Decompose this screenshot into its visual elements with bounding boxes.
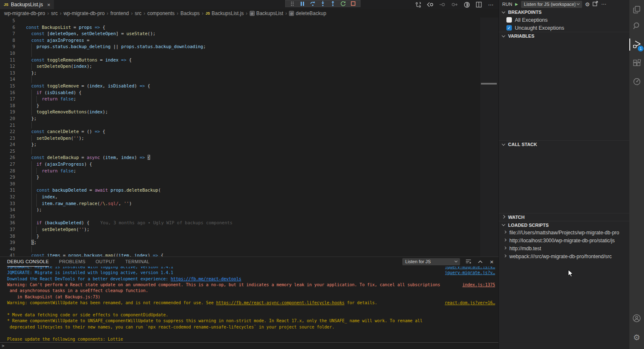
loaded-script-row[interactable]: http://localhost:3000/wp-migrate-db-pro/… xyxy=(499,236,629,244)
panel-tab-problems[interactable]: PROBLEMS xyxy=(59,257,86,267)
breadcrumb-item[interactable]: src xyxy=(51,10,58,16)
breadcrumb-item[interactable]: @deleteBackup xyxy=(289,10,326,16)
search-icon[interactable] xyxy=(629,18,644,33)
extensions-icon[interactable] xyxy=(629,56,644,70)
debug-config-select[interactable]: Listen for JS (workspace) xyxy=(521,1,582,8)
start-debug-icon[interactable]: ▶ xyxy=(515,2,518,6)
step-over-icon[interactable] xyxy=(309,0,317,7)
views-more-icon[interactable]: ⋯ xyxy=(601,1,606,7)
code-line[interactable]: 11 const toggleRemoveButtons = index => … xyxy=(0,57,480,64)
configure-gear-icon[interactable]: ⚙ xyxy=(585,1,590,8)
code-line[interactable]: 33 item.raw_name.replace(/\.sql/, '') xyxy=(0,200,480,207)
code-line[interactable]: 6const BackupsList = props => { xyxy=(0,24,480,31)
code-line[interactable]: 7 const [deleteOpen, setDeleteOpen] = us… xyxy=(0,31,480,37)
run-and-debug-icon[interactable]: 1 xyxy=(629,37,644,52)
console-link[interactable]: https://fb.me/react-async-component-life… xyxy=(216,300,345,305)
checkbox-checked[interactable]: ✓ xyxy=(506,25,512,31)
code-line[interactable]: 36 if (backupDeleted) {You, 3 months ago… xyxy=(0,220,480,226)
code-line[interactable]: 29 } xyxy=(0,174,480,181)
minimap-scrollbar[interactable] xyxy=(480,18,498,257)
checkbox-unchecked[interactable] xyxy=(506,17,512,23)
console-input-row[interactable]: > xyxy=(0,342,498,349)
step-out-icon[interactable] xyxy=(329,0,337,7)
more-actions-icon[interactable]: ⋯ xyxy=(488,1,494,8)
debug-console-icon[interactable] xyxy=(593,0,598,8)
code-line[interactable]: 16 if (isDisabled) { xyxy=(0,90,480,96)
drag-grip-icon[interactable] xyxy=(289,0,296,7)
code-line[interactable]: 32 index, xyxy=(0,194,480,200)
close-panel-icon[interactable]: × xyxy=(488,258,495,265)
account-icon[interactable] xyxy=(629,311,644,326)
breakpoint-row[interactable]: All Exceptions xyxy=(499,16,629,24)
maximize-panel-icon[interactable] xyxy=(477,258,483,265)
code-line[interactable]: 8 const ajaxInProgress = xyxy=(0,37,480,44)
code-line[interactable]: 10 xyxy=(0,50,480,57)
code-line[interactable]: 12 setDeleteOpen(index); xyxy=(0,63,480,70)
clear-console-icon[interactable] xyxy=(465,258,472,265)
panel-tab-debug-console[interactable]: DEBUG CONSOLE xyxy=(7,257,49,267)
code-line[interactable]: 31 const backupDeleted = await props.del… xyxy=(0,187,480,194)
code-line[interactable]: 21 xyxy=(0,122,480,129)
close-tab-icon[interactable]: × xyxy=(47,2,51,8)
code-line[interactable]: 25 xyxy=(0,148,480,155)
source-location-link[interactable]: index.js:1375 xyxy=(457,282,495,288)
pause-icon[interactable] xyxy=(299,0,306,7)
console-link[interactable]: https://fb.me/react-devtools xyxy=(171,277,241,281)
panel-tab-terminal[interactable]: TERMINAL xyxy=(125,257,149,267)
section-watch[interactable]: WATCH xyxy=(499,213,629,221)
breadcrumb-item[interactable]: @BackupsList xyxy=(250,10,284,16)
code-line[interactable]: 22 const cancelDelete = () => { xyxy=(0,128,480,135)
breadcrumb-item[interactable]: src xyxy=(135,10,141,16)
code-line[interactable]: 27 if (ajaxInProgress) { xyxy=(0,161,480,168)
code-line[interactable]: 5 xyxy=(0,18,480,24)
step-into-icon[interactable] xyxy=(319,0,327,7)
continue-forward-icon[interactable] xyxy=(451,1,458,8)
navigate-back-icon[interactable] xyxy=(427,1,434,8)
code-line[interactable]: 38 } xyxy=(0,233,480,240)
breakpoint-row[interactable]: ✓Uncaught Exceptions xyxy=(499,24,629,32)
console-filter-select[interactable]: Listen for JS xyxy=(402,258,460,265)
breadcrumb-item[interactable]: frontend xyxy=(110,10,129,16)
code-line[interactable]: 24 }; xyxy=(0,141,480,148)
code-line[interactable]: 35 xyxy=(0,213,480,220)
restart-icon[interactable] xyxy=(340,0,347,7)
code-line[interactable]: 17 return false; xyxy=(0,96,480,103)
section-call-stack[interactable]: CALL STACK xyxy=(499,140,629,148)
settings-gear-icon[interactable]: ⚙ xyxy=(629,330,644,345)
code-line[interactable]: 20 }; xyxy=(0,115,480,122)
code-line[interactable]: 19 toggleRemoveButtons(index); xyxy=(0,109,480,115)
code-line[interactable]: 40 xyxy=(0,246,480,253)
reverse-continue-icon[interactable] xyxy=(439,1,446,8)
code-line[interactable]: 41 const items = props.backups.map((item… xyxy=(0,252,480,257)
run-toggle-icon[interactable] xyxy=(463,1,470,8)
stop-icon[interactable] xyxy=(350,0,357,7)
code-line[interactable]: 18 } xyxy=(0,103,480,109)
code-line[interactable]: 15 const toggleRemove = (index, isDisabl… xyxy=(0,83,480,90)
breadcrumb-item[interactable]: wp-migrate-db-pro xyxy=(4,10,45,16)
gitlens-icon[interactable] xyxy=(629,74,644,89)
loaded-script-row[interactable]: file:///Users/mattshaw/Projects/wp-migra… xyxy=(499,228,629,236)
open-changes-icon[interactable] xyxy=(415,1,422,8)
panel-tab-output[interactable]: OUTPUT xyxy=(95,257,115,267)
section-variables[interactable]: VARIABLES xyxy=(499,32,629,40)
tab-backupslist[interactable]: JS BackupsList.js × xyxy=(0,0,54,9)
code-line[interactable]: 34 ); xyxy=(0,207,480,213)
code-line[interactable]: 39 }; xyxy=(0,239,480,246)
code-line[interactable]: 30 xyxy=(0,181,480,187)
code-line[interactable]: 14 xyxy=(0,76,480,83)
split-editor-icon[interactable] xyxy=(475,1,482,8)
source-location-link[interactable]: jquery-migrate.js?v… xyxy=(440,267,495,270)
code-line[interactable]: 28 return false; xyxy=(0,168,480,174)
code-line[interactable]: 9 props.status.backup_deleting || props.… xyxy=(0,44,480,50)
breadcrumb-item[interactable]: Backups xyxy=(181,10,200,16)
section-loaded-scripts[interactable]: LOADED SCRIPTS xyxy=(499,221,629,228)
explorer-icon[interactable] xyxy=(629,2,644,17)
code-line[interactable]: 26 const deleteBackup = async (item, ind… xyxy=(0,154,480,161)
loaded-script-row[interactable]: http://mdb.test xyxy=(499,244,629,252)
code-line[interactable]: 23 setDeleteOpen(''); xyxy=(0,135,480,142)
loaded-script-row[interactable]: webpack:///src/wp-migrate-db-pro/fronten… xyxy=(499,252,629,260)
breadcrumb-item[interactable]: wp-migrate-db-pro xyxy=(64,10,105,16)
section-breakpoints[interactable]: BREAKPOINTS xyxy=(499,8,629,16)
code-line[interactable]: 37 setDeleteOpen(''); xyxy=(0,226,480,233)
breadcrumb-item[interactable]: JSBackupsList.js xyxy=(206,10,244,16)
